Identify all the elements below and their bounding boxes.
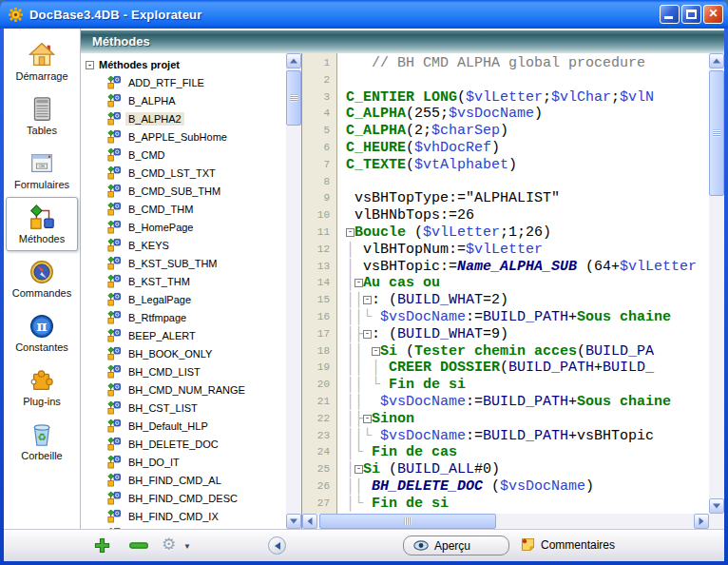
code-token: ) [500,123,508,139]
editor-vertical-scrollbar[interactable] [709,53,724,514]
editor-horizontal-scrollbar[interactable] [302,514,709,529]
fold-toggle-icon[interactable]: - [354,465,363,474]
close-button[interactable]: ✕ [703,5,723,24]
code-line[interactable]: │└ Fin de si [346,496,709,513]
tree-item[interactable]: BH_Default_HLP [82,418,286,436]
code-line[interactable]: │├-Sinon [346,411,709,428]
tree-item[interactable]: B_KST_SUB_THM [82,255,286,273]
tree-item[interactable]: B_CMD_THM [82,201,286,219]
fold-toggle-icon[interactable]: - [363,296,372,304]
fold-toggle-icon[interactable]: - [346,228,354,237]
code-line[interactable]: │-Si (BUILD_ALL#0) [346,461,709,478]
tree-item[interactable]: BH_CMD_NUM_RANGE [82,381,286,399]
code-line[interactable]: C_ALPHA(255;$vsDocName) [346,106,709,123]
add-method-button[interactable] [94,537,110,554]
code-token [380,360,389,376]
sidebar-item-constantes[interactable]: π Constantes [6,305,78,360]
options-gear-button[interactable]: ⚙ [162,535,176,554]
tree-item[interactable]: BH_DELETE_DOC [82,436,286,454]
tree-item[interactable]: BH_FIND_CMD_AL [82,472,286,490]
delete-method-button[interactable] [129,542,148,549]
code-line[interactable]: C_HEURE($vhDocRef) [346,140,709,157]
apercu-button[interactable]: Aperçu [403,536,509,555]
sidebar-item-formulaires[interactable]: OK Formulaires [6,143,78,197]
code-line[interactable]: ││└ $vsDocName:=BUILD_PATH+vsBHTopic [346,428,709,445]
editor-scroll-up-button[interactable] [709,53,724,68]
sidebar-item-plugins[interactable]: Plug-ins [6,360,78,414]
commentaires-toggle[interactable]: Commentaires [521,537,615,552]
code-line[interactable]: C_ENTIER LONG($vlLetter;$vlChar;$vlN [346,89,709,107]
fold-toggle-icon[interactable]: - [363,330,372,339]
code-line[interactable]: vsBHTopType:="ALPHALIST" [346,190,709,207]
tree-scroll-up-button[interactable] [286,53,301,68]
tree-item[interactable]: B_KST_THM [82,273,286,291]
code-line[interactable]: // BH CMD ALPHA global procedure [346,55,709,72]
fold-toggle-icon[interactable]: - [354,279,363,287]
editor-hscroll-thumb[interactable] [319,514,496,529]
tree-item[interactable]: B_Rtfmpage [82,309,286,327]
tree-item[interactable]: B_CMD_SUB_THM [82,183,286,201]
code-line[interactable]: ││-: (BUILD_WHAT=2) [346,292,709,309]
minimize-button[interactable] [660,5,680,24]
trash-icon: ♻ [28,420,56,449]
line-number: 14 [302,275,336,292]
tree-item[interactable]: B_KEYS [82,237,286,255]
code-line[interactable]: -Boucle ($vlLetter;1;26) [346,224,709,242]
code-line[interactable]: │ vsBHTopic:=Name_ALPHA_SUB (64+$vlLette… [346,259,709,276]
tree-scroll-thumb[interactable] [286,70,301,126]
tree-item[interactable]: BH_CST_LIST [82,399,286,418]
title-bar[interactable]: DocBase3.4DB - Explorateur ✕ [0,0,728,29]
code-line[interactable] [346,72,709,89]
sidebar-item-demarrage[interactable]: Démarrage [6,34,78,88]
fold-toggle-icon[interactable]: - [372,347,380,356]
code-line[interactable] [346,174,709,191]
code-line[interactable]: vlBHNbTops:=26 [346,207,709,224]
tree-item[interactable]: BH_FIND_CMD_DESC [82,490,286,508]
tree-scroll-down-button[interactable] [286,514,301,529]
tree-item[interactable]: B_APPLE_SubHome [82,128,286,146]
code-line[interactable]: │ vlBHTopNum:=$vlLetter [346,242,709,259]
tree-item[interactable]: B_LegalPage [82,291,286,309]
thumb-grip-icon [290,95,297,102]
code-line[interactable]: │-Au cas ou [346,275,709,292]
tree-item[interactable]: B_CMD_LST_TXT [82,165,286,183]
sidebar-item-methodes[interactable]: Méthodes [6,197,78,251]
code-area[interactable]: // BH CMD ALPHA global procedureC_ENTIER… [338,53,709,514]
tree-item[interactable]: B_ALPHA [82,92,286,110]
navigate-back-button[interactable] [268,536,286,555]
code-line[interactable]: ││└ $vsDocName:=BUILD_PATH+Sous chaine [346,309,709,326]
code-line[interactable]: ││ -Si (Tester chemin acces(BUILD_PA [346,343,709,360]
code-line[interactable]: ││ $vsDocName:=BUILD_PATH+Sous chaine [346,394,709,411]
tree-item[interactable]: BH_DO_IT [82,454,286,472]
fold-toggle-icon[interactable]: - [363,415,372,423]
tree-item[interactable]: B_CMD [82,146,286,165]
tree-item[interactable]: BH_BOOK_ONLY [82,345,286,363]
sidebar-item-corbeille[interactable]: ♻ Corbeille [6,414,78,468]
tree-root-item[interactable]: -Méthodes projet [82,56,286,74]
tree-item[interactable]: BEEP_ALERT [82,327,286,345]
code-line[interactable]: ││ BH_DELETE_DOC ($vsDocName) [346,478,709,496]
tree-item[interactable]: B_HomePage [82,219,286,237]
editor-scroll-down-button[interactable] [709,498,724,514]
code-line[interactable]: │└ Fin de cas [346,444,709,461]
editor-scroll-right-button[interactable] [694,514,709,529]
tree-item[interactable]: ADD_RTF_FILE [82,74,286,92]
sidebar-item-commandes[interactable]: Commandes [6,251,78,305]
collapse-icon[interactable]: - [86,61,94,69]
code-line[interactable]: ││ └ Fin de si [346,377,709,394]
tree-item[interactable]: B_ALPHA2 [82,110,286,128]
maximize-button[interactable] [681,5,701,24]
tree-scrollbar[interactable] [286,53,301,529]
code-line[interactable]: C_ALPHA(2;$charSep) [346,123,709,140]
code-line[interactable]: ││ │ CREER DOSSIER(BUILD_PATH+BUILD_ [346,360,709,377]
tree-item[interactable]: BH_CMD_LIST [82,363,286,381]
tree-list[interactable]: -Méthodes projetADD_RTF_FILEB_ALPHAB_ALP… [82,56,286,529]
code-line[interactable]: │├-: (BUILD_WHAT=9) [346,326,709,343]
line-number: 11 [302,224,336,242]
options-caret-icon[interactable]: ▼ [183,542,191,551]
editor-vscroll-thumb[interactable] [709,70,724,196]
tree-item[interactable]: BH_FIND_CMD_IX [82,508,286,526]
editor-scroll-left-button[interactable] [302,514,317,529]
code-line[interactable]: C_TEXTE($vtAlphabet) [346,157,709,174]
sidebar-item-tables[interactable]: Tables [6,88,78,143]
